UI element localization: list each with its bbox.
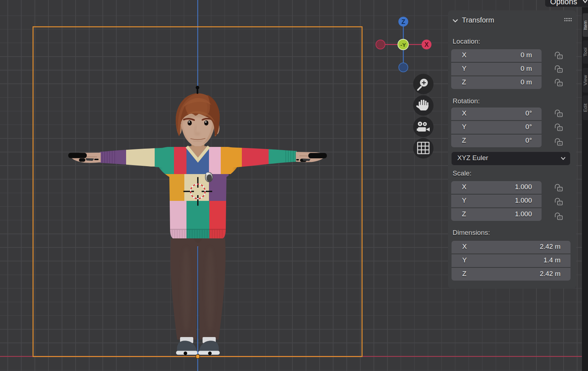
svg-text:-Y: -Y (400, 42, 406, 48)
svg-text:X: X (424, 41, 429, 48)
svg-text:Z: Z (402, 18, 405, 25)
